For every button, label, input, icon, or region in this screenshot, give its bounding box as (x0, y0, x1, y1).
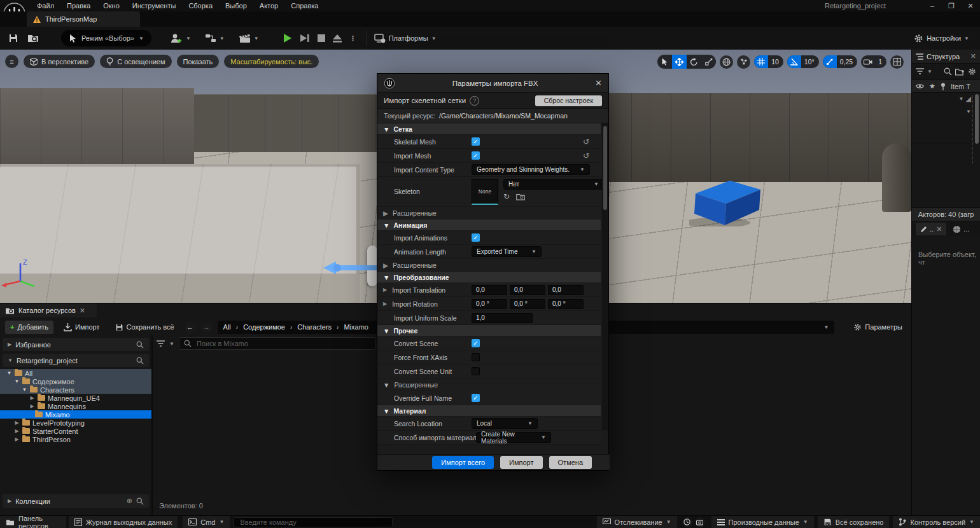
window-maximize-button[interactable]: ❐ (942, 1, 961, 11)
close-icon[interactable]: ✕ (970, 52, 976, 60)
eject-button[interactable] (333, 34, 342, 43)
search-location-dropdown[interactable]: Local▼ (472, 418, 538, 429)
outliner-row[interactable] (912, 156, 980, 169)
surface-snapping-button[interactable] (737, 55, 750, 69)
menu-file[interactable]: Файл (31, 1, 60, 11)
derived-data-button[interactable]: Производные данные ▼ (711, 516, 814, 528)
eye-icon[interactable] (916, 83, 924, 89)
back-button[interactable]: ← (185, 321, 196, 333)
expander-icon[interactable]: ▶ (383, 301, 387, 307)
outliner-row[interactable] (912, 131, 980, 144)
asset-search-input[interactable] (195, 339, 371, 348)
outliner-row[interactable] (912, 118, 980, 131)
favorites-section[interactable]: ▶ Избранное (3, 338, 149, 351)
convert-scene-checkbox[interactable]: ✓ (472, 339, 480, 347)
world-settings-tab[interactable]: ... (953, 225, 969, 233)
tree-item-mannequin-ue4[interactable]: ▶Mannequin_UE4 (0, 394, 151, 402)
editor-mode-select[interactable]: Режим «Выбор» ▼ (61, 30, 151, 46)
cancel-button[interactable]: Отмена (549, 456, 592, 469)
snapshot-status-icon[interactable] (695, 517, 705, 527)
translation-z-field[interactable]: 0,0 (548, 285, 584, 295)
play-button[interactable] (283, 33, 292, 43)
uniform-scale-field[interactable]: 1,0 (472, 313, 533, 323)
outliner-list[interactable]: ▼ ◢ ▼ (912, 93, 980, 169)
trace-button[interactable]: Отслеживание ▼ (597, 516, 677, 528)
save-level-button[interactable] (4, 31, 23, 46)
chevron-down-icon[interactable]: ▼ (927, 69, 932, 74)
cb-settings-button[interactable]: Параметры (848, 321, 907, 334)
menu-select[interactable]: Выбор (219, 1, 253, 11)
menu-actor[interactable]: Актор (253, 1, 284, 11)
mesh-advanced-expander[interactable]: ▶Расширенные (377, 207, 601, 219)
section-transform[interactable]: ▼Преобразование (377, 272, 601, 283)
reset-to-default-icon[interactable]: ↺ (583, 137, 589, 146)
stop-button[interactable] (318, 34, 325, 42)
browse-to-asset-icon[interactable] (516, 193, 525, 200)
viewport-layout-button[interactable] (890, 55, 904, 69)
forward-button[interactable]: → (201, 321, 213, 333)
section-material[interactable]: ▼Материал (377, 405, 601, 417)
translate-arrow-gizmo[interactable] (323, 260, 378, 276)
tree-item-all[interactable]: ▼All (0, 369, 151, 377)
perspective-menu[interactable]: В перспективе (24, 55, 95, 68)
animation-length-dropdown[interactable]: Exported Time▼ (472, 246, 542, 257)
import-mesh-checkbox[interactable]: ✓ (472, 151, 480, 160)
filter-icon[interactable] (157, 340, 165, 347)
platforms-button[interactable]: Платформы ▼ (370, 31, 441, 46)
rotation-snap-control[interactable]: 10° (787, 55, 819, 68)
add-button[interactable]: + Добавить (5, 321, 53, 334)
scale-tool-button[interactable] (701, 55, 716, 69)
search-icon[interactable] (944, 67, 952, 76)
rotate-tool-button[interactable] (687, 55, 701, 69)
tree-item-startercontent[interactable]: ▶StarterContent (0, 427, 151, 435)
content-type-dropdown[interactable]: Geometry and Skinning Weights.▼ (472, 164, 590, 175)
menu-build[interactable]: Сборка (182, 1, 219, 11)
help-icon[interactable]: ? (470, 96, 479, 106)
filter-icon[interactable] (916, 68, 924, 75)
import-button[interactable]: Импорт (500, 456, 542, 469)
insights-status-icon[interactable] (682, 517, 692, 527)
add-actor-button[interactable]: ▼ (165, 31, 195, 46)
blueprints-button[interactable]: ▼ (200, 31, 229, 46)
search-icon[interactable] (136, 341, 144, 349)
scalability-warning-pill[interactable]: Масштабируемость: выс. (224, 55, 319, 68)
star-icon[interactable]: ★ (929, 82, 935, 90)
content-browser-tab[interactable]: Каталог ресурсов ✕ (0, 303, 97, 317)
skip-button[interactable] (300, 34, 310, 43)
outliner-scrollbar[interactable] (975, 94, 979, 144)
skeleton-thumbnail[interactable]: None (472, 179, 498, 205)
dialog-scroll-track[interactable] (602, 123, 608, 430)
dialog-scroll-thumb[interactable] (603, 126, 607, 210)
play-options-kebab[interactable]: ⋮ (349, 34, 356, 43)
add-collection-icon[interactable]: ⊕ (127, 497, 132, 505)
all-saved-button[interactable]: Всё сохранено (818, 516, 890, 528)
tree-item-levelprototyping[interactable]: ▶LevelPrototyping (0, 419, 151, 427)
viewport-options-hamburger[interactable]: ≡ (5, 55, 18, 68)
material-import-method-dropdown[interactable]: Create New Materials▼ (476, 432, 551, 443)
revision-control-button[interactable]: Контроль версий ▼ (893, 516, 980, 528)
search-icon[interactable] (136, 497, 144, 505)
menu-help[interactable]: Справка (284, 1, 325, 11)
breadcrumb-item[interactable]: All (223, 323, 231, 331)
menu-tools[interactable]: Инструменты (126, 1, 183, 11)
section-mesh[interactable]: ▼Сетка (377, 123, 601, 135)
import-button[interactable]: Импорт (59, 321, 104, 334)
rotation-z-field[interactable]: 0,0 ° (548, 299, 584, 309)
translation-x-field[interactable]: 0,0 (472, 285, 507, 295)
dialog-close-icon[interactable]: ✕ (595, 78, 602, 88)
scale-snap-control[interactable]: 0,25 (823, 55, 857, 68)
cmd-selector[interactable]: Cmd ▼ (183, 516, 230, 528)
reset-to-default-icon[interactable]: ↺ (583, 151, 589, 160)
section-animation[interactable]: ▼Анимация (377, 219, 601, 231)
import-all-button[interactable]: Импорт всего (432, 456, 494, 469)
animation-advanced-expander[interactable]: ▶Расширенные (377, 259, 601, 272)
outliner-row[interactable]: ▼ ◢ (912, 93, 980, 106)
tree-item-content[interactable]: ▼Содержимое (0, 377, 151, 386)
select-tool-button[interactable] (657, 55, 672, 69)
tree-item-thirdperson[interactable]: ▶ThirdPerson (0, 435, 151, 443)
gear-icon[interactable] (968, 67, 976, 76)
use-selected-icon[interactable]: ↻ (503, 192, 510, 201)
browse-content-button[interactable] (23, 31, 43, 46)
dialog-title-bar[interactable]: Параметры импорта FBX ✕ (377, 74, 608, 93)
window-minimize-button[interactable]: – (923, 1, 942, 11)
